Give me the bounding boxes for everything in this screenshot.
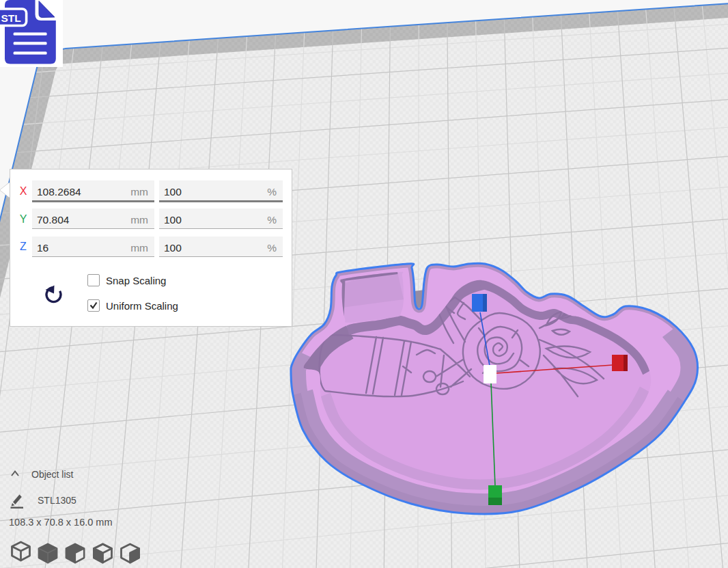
svg-text:STL: STL — [1, 12, 21, 24]
